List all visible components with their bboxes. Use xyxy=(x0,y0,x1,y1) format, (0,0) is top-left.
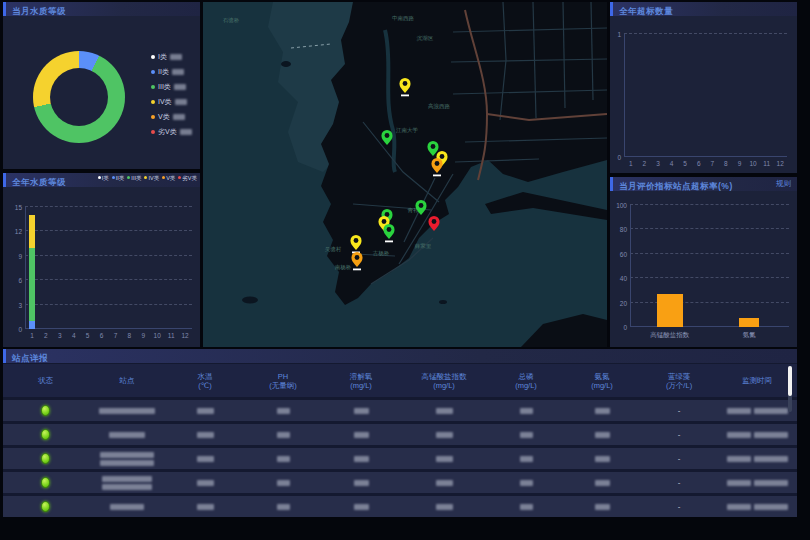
rules-link[interactable]: 规则 xyxy=(776,177,791,191)
rate-bar[interactable] xyxy=(739,318,759,327)
table-cell xyxy=(564,432,640,438)
y-axis-label: 1 xyxy=(610,31,621,38)
legend-item[interactable]: II类 xyxy=(112,173,125,185)
table-cell: - xyxy=(640,430,718,439)
status-indicator-normal xyxy=(41,405,50,416)
stacked-bar-segment[interactable] xyxy=(29,248,35,321)
legend-item[interactable]: III类 xyxy=(151,82,192,92)
map-label: 高浪西路 xyxy=(428,103,451,110)
map-label: 古杨桥 xyxy=(373,250,390,257)
x-axis-label: 6 xyxy=(100,332,104,339)
column-header-label: 水温 xyxy=(198,372,213,381)
redacted-time xyxy=(754,432,788,438)
gridline xyxy=(25,206,192,207)
status-indicator-normal xyxy=(41,501,50,512)
legend-dot xyxy=(151,115,155,119)
y-axis-label: 40 xyxy=(611,275,627,282)
panel-title: 全年水质等级 xyxy=(6,177,66,187)
panel-header: 当月水质等级 xyxy=(3,2,200,16)
table-row[interactable]: - xyxy=(3,472,797,493)
legend-dot xyxy=(112,176,115,179)
legend-item[interactable]: V类 xyxy=(162,173,175,185)
legend-dot xyxy=(162,176,165,179)
column-header: 监测时间 xyxy=(718,364,796,397)
column-header-unit: (无量纲) xyxy=(269,381,297,390)
table-cell xyxy=(564,456,640,462)
redacted-station-name xyxy=(100,452,154,458)
panel-title: 站点详报 xyxy=(6,353,48,363)
legend-item[interactable]: 劣V类 xyxy=(178,173,197,185)
redacted-value xyxy=(170,54,182,60)
map-label: 中南西路 xyxy=(392,15,415,22)
gridline xyxy=(624,33,787,34)
x-axis-label: 5 xyxy=(683,160,687,167)
gridline xyxy=(25,230,192,231)
table-cell: - xyxy=(640,478,718,487)
redacted-value xyxy=(277,456,290,462)
redacted-value xyxy=(436,408,453,414)
stacked-bar-segment[interactable] xyxy=(29,321,35,329)
donut-chart: I类II类III类IV类V类劣V类 xyxy=(3,16,200,169)
redacted-value xyxy=(197,504,214,510)
table-row[interactable]: - xyxy=(3,496,797,517)
x-axis-label: 2 xyxy=(44,332,48,339)
legend-item[interactable]: IV类 xyxy=(151,97,192,107)
redacted-station-name xyxy=(102,476,152,482)
y-axis-label: 100 xyxy=(611,202,627,209)
legend-item[interactable]: V类 xyxy=(151,112,192,122)
exceed-count-chart: 01123456789101112 xyxy=(624,34,787,157)
x-axis-label: 7 xyxy=(710,160,714,167)
redacted-value xyxy=(173,114,185,120)
gridline xyxy=(630,253,789,254)
scrollbar-thumb[interactable] xyxy=(788,366,792,396)
x-axis-line xyxy=(630,326,789,327)
map-canvas[interactable]: 石塘桥中南西路滨湖区高浪西路江南大学青祁薛家里古杨桥吴塘村南杨桥 xyxy=(203,2,607,347)
table-scrollbar[interactable] xyxy=(788,366,792,412)
redacted-date xyxy=(727,456,751,462)
y-axis-label: 60 xyxy=(611,250,627,257)
column-header-label: 蓝绿藻 xyxy=(668,372,691,381)
panel-year-water-grade: 全年水质等级 I类II类III类IV类V类劣V类 036912151234567… xyxy=(3,173,200,347)
legend-item[interactable]: I类 xyxy=(98,173,109,185)
table-cell xyxy=(3,477,88,488)
x-axis-label: 4 xyxy=(670,160,674,167)
x-axis-label: 7 xyxy=(114,332,118,339)
status-indicator-normal xyxy=(41,477,50,488)
column-header-unit: (万个/L) xyxy=(666,381,692,390)
table-row[interactable]: - xyxy=(3,448,797,469)
table-cell xyxy=(400,432,488,438)
column-header-unit: (mg/L) xyxy=(350,381,372,390)
redacted-value xyxy=(277,432,290,438)
rate-bar[interactable] xyxy=(657,294,683,327)
column-header-label: 状态 xyxy=(38,376,53,385)
table-cell xyxy=(718,456,796,462)
table-row[interactable]: - xyxy=(3,400,797,421)
redacted-time xyxy=(754,408,788,414)
legend-label: II类 xyxy=(116,173,125,185)
legend-dot xyxy=(144,176,147,179)
x-axis-label: 4 xyxy=(72,332,76,339)
redacted-value xyxy=(436,480,453,486)
algae-value: - xyxy=(678,430,681,439)
map-label: 南杨桥 xyxy=(335,264,352,271)
legend-item[interactable]: 劣V类 xyxy=(151,127,192,137)
table-cell xyxy=(488,408,564,414)
redacted-value xyxy=(520,480,533,486)
legend-item[interactable]: II类 xyxy=(151,67,192,77)
table-cell: - xyxy=(640,454,718,463)
legend-item[interactable]: IV类 xyxy=(144,173,159,185)
redacted-value xyxy=(354,504,369,510)
redacted-value xyxy=(277,408,290,414)
stacked-bar-segment[interactable] xyxy=(29,215,35,248)
legend-item[interactable]: III类 xyxy=(127,173,141,185)
map-label: 吴塘村 xyxy=(325,246,342,253)
table-cell xyxy=(718,432,796,438)
legend-item[interactable]: I类 xyxy=(151,52,192,62)
rate-bar-label: 氨氮 xyxy=(743,331,756,340)
x-axis-label: 12 xyxy=(777,160,784,167)
panel-header: 全年水质等级 I类II类III类IV类V类劣V类 xyxy=(3,173,200,187)
table-row[interactable]: - xyxy=(3,424,797,445)
y-axis-label: 3 xyxy=(6,301,22,308)
map-panel[interactable]: 石塘桥中南西路滨湖区高浪西路江南大学青祁薛家里古杨桥吴塘村南杨桥 xyxy=(203,2,607,347)
x-axis-label: 10 xyxy=(749,160,756,167)
